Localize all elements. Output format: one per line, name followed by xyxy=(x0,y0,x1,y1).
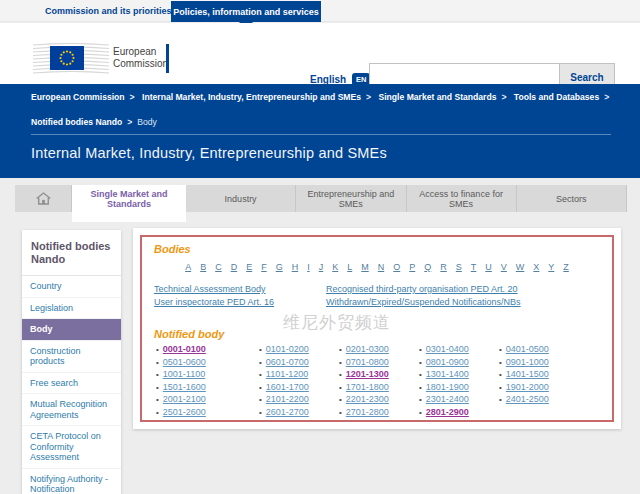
range-link[interactable]: 2601-2700 xyxy=(266,407,309,417)
nav-tab[interactable]: Access to finance for SMEs xyxy=(407,185,517,212)
range-link[interactable]: 1101-1200 xyxy=(266,369,308,379)
alphabet-letter[interactable]: T xyxy=(471,262,477,272)
list-item: 1401-1500 xyxy=(499,369,612,379)
sidebar-item[interactable]: Notifying Authority - Notification proce… xyxy=(22,469,121,494)
sidebar-item[interactable]: CETA Protocol on Conformity Assessment xyxy=(22,426,121,469)
range-link[interactable]: 1201-1300 xyxy=(346,369,389,379)
range-link[interactable]: 0401-0500 xyxy=(506,344,549,354)
alphabet-letter[interactable]: N xyxy=(378,262,385,272)
range-link[interactable]: 2501-2600 xyxy=(163,407,206,417)
topbar-tab-policies[interactable]: Policies, information and services xyxy=(171,1,321,22)
range-link[interactable]: 1301-1400 xyxy=(426,369,469,379)
range-link[interactable]: 0701-0800 xyxy=(346,357,389,367)
ec-logo[interactable]: European Commission xyxy=(33,40,173,76)
range-link[interactable]: 2201-2300 xyxy=(346,394,389,404)
link-user-inspectorate[interactable]: User inspectorate PED Art. 16 xyxy=(154,297,274,307)
nav-tab[interactable]: Entrepreneurship and SMEs xyxy=(296,185,406,212)
alphabet-letter[interactable]: D xyxy=(231,262,238,272)
sidebar: Notified bodies Nando Country Legislatio… xyxy=(22,230,121,494)
range-link[interactable]: 2001-2100 xyxy=(163,394,206,404)
list-item: 2801-2900 xyxy=(419,407,499,417)
alphabet-letter[interactable]: H xyxy=(292,262,299,272)
range-link[interactable]: 2301-2400 xyxy=(426,394,469,404)
sidebar-item[interactable]: Mutual Recognition Agreements xyxy=(22,394,121,426)
nav-tab[interactable]: Single Market and Standards xyxy=(72,185,186,222)
alphabet-letter[interactable]: B xyxy=(200,262,206,272)
alphabet-letter[interactable]: V xyxy=(501,262,507,272)
alphabet-letter[interactable]: A xyxy=(185,262,191,272)
list-item: 0501-0600 xyxy=(156,357,259,367)
range-link[interactable]: 0001-0100 xyxy=(163,344,206,354)
range-link[interactable]: 0101-0200 xyxy=(266,344,309,354)
alphabet-letter[interactable]: W xyxy=(516,262,525,272)
home-tab[interactable] xyxy=(15,185,72,212)
eu-flag-icon xyxy=(33,40,109,76)
range-link[interactable]: 2701-2800 xyxy=(346,407,389,417)
range-link[interactable]: 1801-1900 xyxy=(426,382,469,392)
breadcrumb-link[interactable]: European Commission xyxy=(31,92,125,102)
breadcrumb-item: Single Market and Standards> xyxy=(378,92,511,102)
range-link[interactable]: 0301-0400 xyxy=(426,344,469,354)
breadcrumb-item: Tools and Databases> xyxy=(514,92,614,102)
range-link[interactable]: 0201-0300 xyxy=(346,344,389,354)
alphabet-letter[interactable]: G xyxy=(276,262,283,272)
main-panel: Bodies A B C D E F G H xyxy=(133,228,621,429)
nav-tabbar: Single Market and Standards Industry Ent… xyxy=(15,185,627,212)
range-link[interactable]: 1401-1500 xyxy=(506,369,549,379)
alphabet-letter[interactable]: M xyxy=(361,262,369,272)
breadcrumb-line2: Notified bodies Nando>Body xyxy=(31,117,157,127)
link-withdrawn-expired[interactable]: Withdrawn/Expired/Suspended Notification… xyxy=(326,297,521,307)
nav-tab-label: Sectors xyxy=(556,194,587,204)
list-item: 2001-2100 xyxy=(156,394,259,404)
range-link[interactable]: 1601-1700 xyxy=(266,382,309,392)
breadcrumb-link[interactable]: Internal Market, Industry, Entrepreneurs… xyxy=(142,92,361,102)
alphabet-letter[interactable]: K xyxy=(332,262,338,272)
range-link[interactable]: 2101-2200 xyxy=(266,394,309,404)
alphabet-letter[interactable]: L xyxy=(347,262,352,272)
alphabet-letter[interactable]: R xyxy=(440,262,447,272)
range-link[interactable]: 1701-1800 xyxy=(346,382,389,392)
list-item: 0301-0400 xyxy=(419,344,499,354)
breadcrumb-link[interactable]: Tools and Databases xyxy=(514,92,599,102)
alphabet-index: A B C D E F G H I J xyxy=(142,262,612,272)
topbar-link-commission-priorities[interactable]: Commission and its priorities xyxy=(45,0,172,22)
link-recognised-third-party[interactable]: Recognised third-party organisation PED … xyxy=(326,284,518,294)
quick-links: Technical Assessment Body Recognised thi… xyxy=(154,284,612,307)
alphabet-letter[interactable]: Y xyxy=(548,262,554,272)
link-technical-assessment-body[interactable]: Technical Assessment Body xyxy=(154,284,266,294)
nav-tab-label: Single Market and Standards xyxy=(76,189,182,209)
nav-tab[interactable]: Sectors xyxy=(517,185,627,212)
hero-divider xyxy=(31,134,611,135)
sidebar-item[interactable]: Free search xyxy=(22,373,121,395)
alphabet-letter[interactable]: Z xyxy=(563,262,569,272)
alphabet-letter[interactable]: C xyxy=(215,262,222,272)
alphabet-letter[interactable]: U xyxy=(485,262,492,272)
alphabet-letter[interactable]: E xyxy=(246,262,252,272)
range-link[interactable]: 1001-1100 xyxy=(163,369,205,379)
sidebar-item[interactable]: Country xyxy=(22,276,121,298)
range-link[interactable]: 0801-0900 xyxy=(426,357,469,367)
language-link[interactable]: English xyxy=(310,74,346,85)
alphabet-letter[interactable]: O xyxy=(393,262,400,272)
alphabet-letter[interactable]: Q xyxy=(424,262,431,272)
list-item: 2401-2500 xyxy=(499,394,612,404)
range-link[interactable]: 1501-1600 xyxy=(163,382,206,392)
sidebar-item[interactable]: Construction products xyxy=(22,341,121,373)
breadcrumb-link[interactable]: Single Market and Standards xyxy=(378,92,496,102)
range-link[interactable]: 0901-1000 xyxy=(506,357,549,367)
nav-tab[interactable]: Industry xyxy=(186,185,296,212)
alphabet-letter[interactable]: P xyxy=(409,262,415,272)
range-link[interactable]: 0601-0700 xyxy=(266,357,309,367)
alphabet-letter[interactable]: S xyxy=(456,262,462,272)
alphabet-letter[interactable]: X xyxy=(533,262,539,272)
alphabet-letter[interactable]: J xyxy=(319,262,324,272)
range-link[interactable]: 2801-2900 xyxy=(426,407,469,417)
alphabet-letter[interactable]: F xyxy=(261,262,267,272)
sidebar-item[interactable]: Body xyxy=(22,319,121,341)
range-link[interactable]: 0501-0600 xyxy=(163,357,206,367)
breadcrumb-link-nando[interactable]: Notified bodies Nando xyxy=(31,117,122,127)
alphabet-letter[interactable]: I xyxy=(307,262,310,272)
range-link[interactable]: 1901-2000 xyxy=(506,382,549,392)
range-link[interactable]: 2401-2500 xyxy=(506,394,549,404)
sidebar-item[interactable]: Legislation xyxy=(22,298,121,320)
